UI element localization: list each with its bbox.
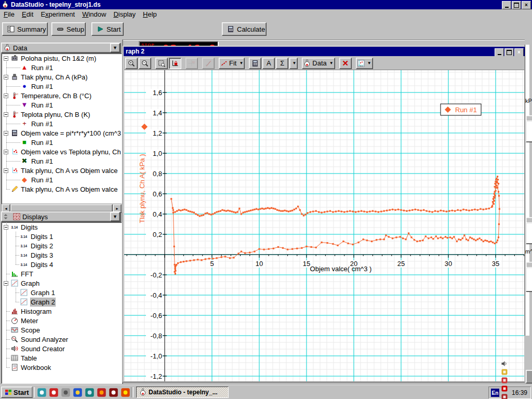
scrollbar-thumb[interactable] (10, 204, 113, 212)
start-menu-button[interactable]: Start (1, 387, 33, 398)
data-dropdown-button[interactable]: ▼ (110, 43, 120, 52)
display-item[interactable]: Workbook (2, 363, 122, 372)
quicklaunch-shortcut-5-icon[interactable] (84, 387, 95, 398)
tray-ati-icon[interactable] (500, 384, 509, 393)
data-item[interactable]: Tlak plynu, Ch A vs Objem valce (2, 166, 122, 175)
fit-menu-button[interactable]: Fit▼ (219, 58, 245, 69)
menu-experiment[interactable]: Experiment (37, 9, 78, 19)
collapse-box[interactable] (4, 75, 8, 79)
display-item[interactable]: Table (2, 353, 122, 363)
collapse-box[interactable] (4, 281, 8, 286)
display-item[interactable]: 3.14Digits 3 (2, 250, 122, 260)
data-panel-header[interactable]: Data ▼ (1, 43, 121, 53)
zoom-in-button[interactable] (125, 58, 138, 69)
collapse-box[interactable] (4, 168, 8, 173)
data-run-item[interactable]: ◆Run #1 (2, 175, 122, 184)
display-item[interactable]: Scope (2, 325, 122, 335)
graph-window-title-bar[interactable]: raph 2 × (124, 47, 525, 56)
tray-keys-icon[interactable] (500, 368, 509, 376)
quicklaunch-shortcut-1-icon[interactable] (36, 387, 47, 398)
delete-button[interactable]: ✕ (339, 58, 352, 69)
graph-toolbar: xyFit▼AΣ▼Data▼✕▼ (124, 56, 525, 70)
svg-text:-0,8: -0,8 (151, 332, 162, 340)
chart[interactable]: 1,61,41,21,00,80,60,40,2-0,2-0,4-0,6-0,8… (124, 70, 524, 381)
display-item[interactable]: Graph 1 (2, 288, 122, 297)
svg-text:-0,4: -0,4 (151, 291, 162, 299)
data-item[interactable]: Objem valce vs Teplota plynu, Ch (2, 147, 122, 156)
data-item[interactable]: KTDTeplota plynu, Ch B (K) (2, 110, 122, 119)
menu-edit[interactable]: Edit (18, 9, 37, 19)
data-menu-button[interactable]: Data▼ (302, 58, 335, 69)
displays-panel-header[interactable]: Displays ▼ (1, 211, 121, 222)
close-button[interactable]: × (522, 1, 531, 9)
display-item[interactable]: FFT (2, 269, 122, 278)
display-item[interactable]: 3.14Digits (2, 222, 122, 232)
data-run-item[interactable]: ●Run #1 (2, 82, 122, 91)
data-run-item[interactable]: ▲Run #1 (2, 63, 122, 72)
tray-scheduler-icon[interactable] (500, 376, 509, 384)
zoom-out-button[interactable] (139, 58, 151, 69)
data-run-item[interactable]: ■Run #1 (2, 138, 122, 147)
displays-dropdown-button[interactable]: ▼ (110, 212, 120, 221)
display-item[interactable]: Sound Analyzer (2, 335, 122, 344)
statistics-button[interactable]: Σ (276, 58, 288, 69)
plot-area[interactable]: 1,61,41,21,00,80,60,40,2-0,2-0,4-0,6-0,8… (124, 70, 524, 381)
tray-agent-icon[interactable] (500, 393, 509, 399)
calculator-button[interactable] (249, 58, 261, 69)
collapse-box[interactable] (4, 225, 8, 230)
zoom-select-button[interactable] (155, 58, 168, 69)
meter-icon (11, 317, 18, 324)
quicklaunch-shortcut-7-icon[interactable] (108, 387, 119, 398)
menu-window[interactable]: Window (78, 9, 110, 19)
text-tool-button[interactable]: A (262, 58, 275, 69)
quicklaunch-shortcut-3-icon[interactable] (60, 387, 71, 398)
graph-minimize-button[interactable] (495, 48, 504, 57)
collapse-box[interactable] (4, 131, 8, 136)
smart-tool-button[interactable]: xy (185, 58, 198, 69)
scale-to-fit-button[interactable] (169, 58, 181, 69)
graph-maximize-button[interactable] (504, 48, 514, 57)
setup-button[interactable]: Setup (51, 22, 86, 36)
taskbar-task-datastudio[interactable]: DataStudio - tepelny_... (136, 387, 229, 398)
collapse-box[interactable] (4, 150, 8, 154)
data-item[interactable]: Tlak plynu, Ch A (kPa) (2, 72, 122, 82)
collapse-box[interactable] (4, 56, 8, 61)
display-item[interactable]: 3.14Digits 1 (2, 232, 122, 241)
display-item-selected[interactable]: Graph 2 (2, 297, 122, 307)
collapse-box[interactable] (4, 94, 8, 98)
menu-display[interactable]: Display (110, 9, 139, 19)
svg-text:1,2: 1,2 (153, 129, 162, 137)
data-item[interactable]: Poloha pistu, Ch 1&2 (m) (2, 54, 122, 63)
menu-help[interactable]: Help (139, 9, 161, 19)
display-item[interactable]: 3.14Digits 4 (2, 260, 122, 269)
data-item[interactable]: Tlak plynu, Ch A vs Objem valce (2, 184, 122, 194)
minimize-button[interactable] (502, 1, 511, 9)
maximize-button[interactable] (512, 1, 521, 9)
graph-close-button[interactable]: × (514, 48, 524, 57)
data-run-item[interactable]: ✖Run #1 (2, 156, 122, 166)
display-item[interactable]: Histogram (2, 307, 122, 316)
quicklaunch-shortcut-6-icon[interactable] (96, 387, 107, 398)
graph-settings-button[interactable]: ▼ (356, 58, 373, 69)
calculate-button[interactable]: Calculate (222, 22, 267, 36)
menu-file[interactable]: File (0, 9, 18, 19)
svg-text:Tlak plynu, Ch A( kPa ): Tlak plynu, Ch A( kPa ) (138, 154, 146, 223)
data-run-item[interactable]: +Run #1 (2, 119, 122, 128)
data-item[interactable]: KTDTemperature, Ch B (°C) (2, 91, 122, 100)
summary-button[interactable]: Summary (2, 22, 48, 36)
statistics-dropdown-button[interactable]: ▼ (289, 58, 298, 69)
slope-tool-button[interactable] (202, 58, 215, 69)
display-item[interactable]: Sound Creator (2, 344, 122, 353)
start-button[interactable]: Start (91, 22, 124, 36)
quicklaunch-shortcut-2-icon[interactable] (48, 387, 59, 398)
volume-icon[interactable] (500, 360, 509, 368)
collapse-box[interactable] (4, 112, 8, 117)
quicklaunch-shortcut-4-icon[interactable] (72, 387, 83, 398)
data-item[interactable]: Objem valce = pi*r*r*y*100 (cm^3 (2, 128, 122, 138)
quicklaunch-shortcut-8-icon[interactable] (120, 387, 131, 398)
keyboard-layout-indicator[interactable]: En (491, 389, 499, 397)
display-item[interactable]: 3.14Digits 2 (2, 241, 122, 250)
display-item[interactable]: Graph (2, 278, 122, 288)
display-item[interactable]: Meter (2, 316, 122, 325)
data-run-item[interactable]: ▼Run #1 (2, 100, 122, 110)
